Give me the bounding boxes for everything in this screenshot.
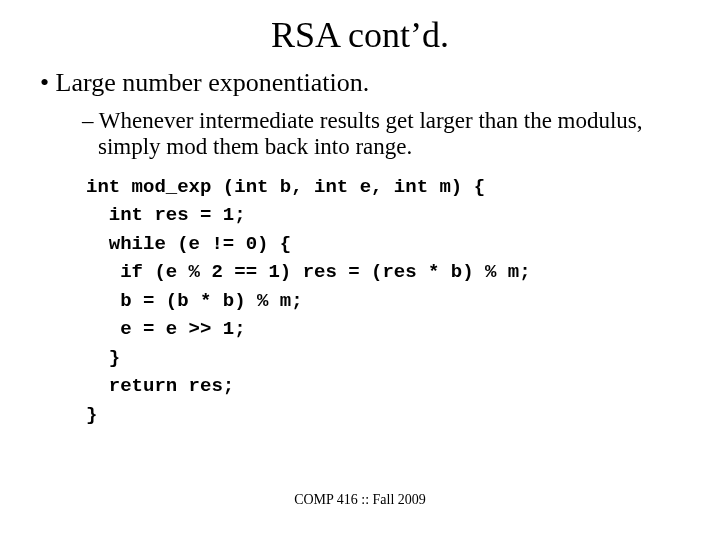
- slide-title: RSA cont’d.: [40, 14, 680, 56]
- bullet-level-1: Large number exponentiation.: [40, 68, 680, 98]
- code-block: int mod_exp (int b, int e, int m) { int …: [86, 173, 680, 430]
- slide-container: RSA cont’d. Large number exponentiation.…: [0, 0, 720, 540]
- bullet-level-2: Whenever intermediate results get larger…: [82, 108, 660, 161]
- slide-footer: COMP 416 :: Fall 2009: [0, 492, 720, 508]
